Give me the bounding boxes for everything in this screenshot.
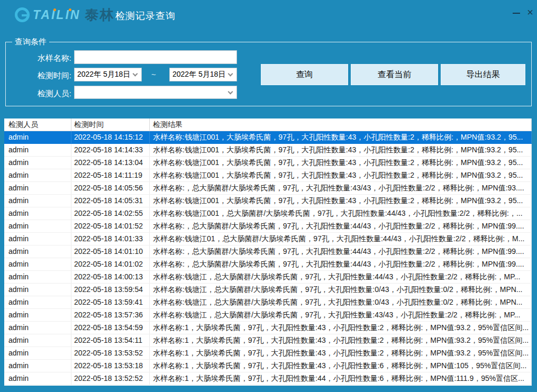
table-row[interactable]: admin2022-05-18 13:59:54水样名称:钱塘江，总大肠菌群/大… xyxy=(4,284,532,296)
cell-person: admin xyxy=(4,144,71,156)
sample-name-label: 水样名称: xyxy=(16,53,71,63)
cell-time: 2022-05-18 14:02:55 xyxy=(71,207,150,220)
table-row[interactable]: admin2022-05-18 14:01:02水样名称:，总大肠菌群/大肠埃希… xyxy=(4,258,532,271)
column-header-result[interactable]: 检测结果 xyxy=(150,118,532,131)
table-row[interactable]: admin2022-05-18 13:52:52水样名称:1，大肠埃希氏菌，97… xyxy=(4,372,532,385)
cell-time: 2022-05-18 13:54:59 xyxy=(71,322,150,334)
table-row[interactable]: admin2022-05-18 13:59:41水样名称:钱塘江，总大肠菌群/大… xyxy=(4,296,532,309)
logo-brand-text: TAILIN xyxy=(33,8,80,22)
cell-result: 水样名称:1，大肠埃希氏菌，97孔，大孔阳性数量:43，小孔阳性数量:2，稀释比… xyxy=(150,322,532,334)
chevron-down-icon xyxy=(228,71,233,77)
table-row[interactable]: admin2022-05-18 14:05:56水样名称:，总大肠菌群/大肠埃希… xyxy=(4,182,532,195)
table-row[interactable]: admin2022-05-18 13:57:36水样名称:钱塘江，总大肠菌群/大… xyxy=(4,309,532,322)
cell-time: 2022-05-18 14:14:33 xyxy=(71,144,150,156)
cell-time: 2022-05-18 13:59:54 xyxy=(71,284,150,296)
table-row[interactable]: admin2022-05-18 14:13:04水样名称:钱塘江001，大肠埃希… xyxy=(4,157,532,169)
cell-time: 2022-05-18 14:05:56 xyxy=(71,182,150,194)
title-bar: TAILIN 泰林 检测记录查询 × xyxy=(0,0,537,30)
cell-time: 2022-05-18 14:01:10 xyxy=(71,245,150,258)
cell-person: admin xyxy=(4,284,71,296)
cell-result: 水样名称:1，大肠埃希氏菌，97孔，大孔阳性数量:44，小孔阳性数量:6，稀释比… xyxy=(150,372,532,385)
logo-dot-icon xyxy=(69,8,71,11)
chevron-down-icon xyxy=(228,89,233,94)
view-current-button[interactable]: 查看当前 xyxy=(351,64,438,85)
table-row[interactable]: admin2022-05-18 13:54:11水样名称:1，大肠埃希氏菌，97… xyxy=(4,334,532,347)
detect-time-label: 检测时间: xyxy=(16,71,71,81)
cell-person: admin xyxy=(4,207,71,220)
sample-name-input[interactable] xyxy=(74,50,237,64)
cell-time: 2022-05-18 14:15:12 xyxy=(71,131,150,143)
cell-result: 水样名称:1，大肠埃希氏菌，97孔，大孔阳性数量:43，小孔阳性数量:6，稀释比… xyxy=(150,360,532,372)
cell-result: 水样名称:钱塘江001，大肠埃希氏菌，97孔，大孔阳性数量:43，小孔阳性数量:… xyxy=(150,169,532,181)
table-row[interactable]: admin2022-05-18 14:14:33水样名称:钱塘江001，大肠埃希… xyxy=(4,144,532,157)
page-title: 检测记录查询 xyxy=(115,10,176,22)
cell-result: 水样名称:钱塘江001，大肠埃希氏菌，97孔，大孔阳性数量:43，小孔阳性数量:… xyxy=(150,144,532,156)
cell-person: admin xyxy=(4,182,71,194)
results-table: 检测人员 检测时间 检测结果 admin2022-05-18 14:15:12水… xyxy=(4,118,532,386)
cell-time: 2022-05-18 13:54:11 xyxy=(71,334,150,347)
cell-time: 2022-05-18 13:53:52 xyxy=(71,347,150,359)
cell-person: admin xyxy=(4,372,71,385)
cell-person: admin xyxy=(4,195,71,207)
tailin-logo-icon xyxy=(15,7,30,22)
table-row[interactable]: admin2022-05-18 13:54:59水样名称:1，大肠埃希氏菌，97… xyxy=(4,322,532,334)
cell-result: 水样名称:钱塘江，总大肠菌群/大肠埃希氏菌，97孔，大孔阳性数量:0/43，小孔… xyxy=(150,296,532,308)
table-row[interactable]: admin2022-05-18 14:00:13水样名称:钱塘江，总大肠菌群/大… xyxy=(4,271,532,284)
logo-brand-chinese: 泰林 xyxy=(85,6,114,24)
cell-person: admin xyxy=(4,360,71,372)
cell-time: 2022-05-18 14:11:19 xyxy=(71,169,150,181)
table-row[interactable]: admin2022-05-18 14:15:12水样名称:钱塘江001，大肠埃希… xyxy=(4,131,532,144)
cell-result: 水样名称:钱塘江，总大肠菌群/大肠埃希氏菌，97孔，大孔阳性数量:44/43，小… xyxy=(150,271,532,283)
table-row[interactable]: admin2022-05-18 14:05:31水样名称:钱塘江001，大肠埃希… xyxy=(4,195,532,207)
cell-person: admin xyxy=(4,334,71,347)
cell-time: 2022-05-18 14:00:13 xyxy=(71,271,150,283)
detect-person-select[interactable] xyxy=(74,86,237,99)
cell-time: 2022-05-18 13:53:18 xyxy=(71,360,150,372)
cell-result: 水样名称:钱塘江，总大肠菌群/大肠埃希氏菌，97孔，大孔阳性数量:0/43，小孔… xyxy=(150,284,532,296)
table-row[interactable]: admin2022-05-18 14:11:19水样名称:钱塘江001，大肠埃希… xyxy=(4,169,532,182)
date-to-picker[interactable]: 2022年 5月18日 xyxy=(169,68,237,81)
table-row[interactable]: admin2022-05-18 13:53:52水样名称:1，大肠埃希氏菌，97… xyxy=(4,347,532,360)
table-body: admin2022-05-18 14:15:12水样名称:钱塘江001，大肠埃希… xyxy=(4,131,532,385)
cell-person: admin xyxy=(4,245,71,258)
cell-person: admin xyxy=(4,220,71,232)
cell-person: admin xyxy=(4,157,71,169)
date-from-value: 2022年 5月18日 xyxy=(75,70,133,79)
cell-result: 水样名称:钱塘江001，总大肠菌群/大肠埃希氏菌，97孔，大孔阳性数量:44/4… xyxy=(150,207,532,220)
table-row[interactable]: admin2022-05-18 14:01:33水样名称:钱塘江01，总大肠菌群… xyxy=(4,233,532,245)
cell-time: 2022-05-18 14:13:04 xyxy=(71,157,150,169)
logo-dot-icon xyxy=(53,8,56,11)
cell-result: 水样名称:钱塘江001，大肠埃希氏菌，97孔，大孔阳性数量:43，小孔阳性数量:… xyxy=(150,195,532,207)
export-results-button[interactable]: 导出结果 xyxy=(441,64,525,85)
table-row[interactable]: admin2022-05-18 14:01:52水样名称:，总大肠菌群/大肠埃希… xyxy=(4,220,532,233)
table-row[interactable]: admin2022-05-18 14:02:55水样名称:钱塘江001，总大肠菌… xyxy=(4,207,532,220)
cell-result: 水样名称:1，大肠埃希氏菌，97孔，大孔阳性数量:43，小孔阳性数量:2，稀释比… xyxy=(150,347,532,359)
cell-person: admin xyxy=(4,347,71,359)
cell-person: admin xyxy=(4,131,71,143)
cell-person: admin xyxy=(4,169,71,181)
cell-time: 2022-05-18 14:05:31 xyxy=(71,195,150,207)
cell-person: admin xyxy=(4,296,71,308)
cell-time: 2022-05-18 14:01:52 xyxy=(71,220,150,232)
table-row[interactable]: admin2022-05-18 13:53:18水样名称:1，大肠埃希氏菌，97… xyxy=(4,360,532,372)
close-icon[interactable]: × xyxy=(524,5,536,19)
minimize-icon[interactable] xyxy=(513,13,520,14)
cell-time: 2022-05-18 13:59:41 xyxy=(71,296,150,308)
cell-result: 水样名称:，总大肠菌群/大肠埃希氏菌，97孔，大孔阳性数量:44/43，小孔阳性… xyxy=(150,220,532,232)
column-header-time[interactable]: 检测时间 xyxy=(71,118,150,131)
chevron-down-icon xyxy=(133,71,138,77)
cell-time: 2022-05-18 14:01:02 xyxy=(71,258,150,270)
query-button[interactable]: 查询 xyxy=(261,64,348,85)
cell-result: 水样名称:钱塘江，总大肠菌群/大肠埃希氏菌，97孔，大孔阳性数量:43/43，小… xyxy=(150,309,532,321)
column-header-person[interactable]: 检测人员 xyxy=(4,118,71,131)
cell-result: 水样名称:，总大肠菌群/大肠埃希氏菌，97孔，大孔阳性数量:44/43，小孔阳性… xyxy=(150,258,532,270)
cell-result: 水样名称:钱塘江001，大肠埃希氏菌，97孔，大孔阳性数量:43，小孔阳性数量:… xyxy=(150,157,532,169)
cell-person: admin xyxy=(4,271,71,283)
cell-result: 水样名称:，总大肠菌群/大肠埃希氏菌，97孔，大孔阳性数量:43/43，小孔阳性… xyxy=(150,182,532,194)
table-row[interactable]: admin2022-05-18 14:01:10水样名称:，总大肠菌群/大肠埃希… xyxy=(4,245,532,258)
date-from-picker[interactable]: 2022年 5月18日 xyxy=(74,68,142,81)
cell-result: 水样名称:1，大肠埃希氏菌，97孔，大孔阳性数量:43，小孔阳性数量:2，稀释比… xyxy=(150,334,532,347)
cell-person: admin xyxy=(4,322,71,334)
cell-result: 水样名称:钱塘江01，总大肠菌群/大肠埃希氏菌，97孔，大孔阳性数量:44/43… xyxy=(150,233,532,245)
cell-person: admin xyxy=(4,309,71,321)
